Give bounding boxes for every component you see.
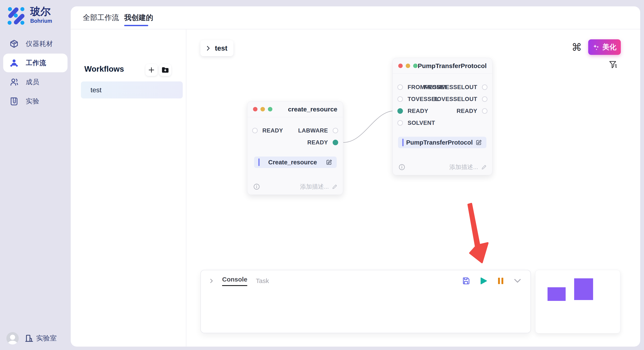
node-pump-transfer-protocol[interactable]: PumpTransferProtocol FROMVESSEL FROMVESS…	[392, 58, 492, 175]
sidebar-item-instruments[interactable]: 仪器耗材	[3, 34, 68, 53]
command-shortcuts-icon[interactable]: ⌘	[572, 41, 582, 53]
beautify-button[interactable]: 美化	[588, 39, 621, 55]
import-folder-button[interactable]	[159, 64, 171, 76]
console-panel: Console Task	[200, 270, 531, 333]
info-icon[interactable]	[399, 164, 405, 170]
input-port-connected[interactable]	[398, 108, 403, 114]
sidebar-item-label: 实验	[26, 97, 40, 106]
edit-icon[interactable]	[475, 139, 482, 146]
add-workflow-button[interactable]	[146, 64, 158, 76]
pill-label: Create_resource	[260, 159, 326, 166]
minimap[interactable]	[535, 270, 620, 334]
workflows-title: Workflows	[84, 65, 124, 74]
console-header: Console Task	[201, 270, 530, 286]
workflow-list-item[interactable]: test	[81, 81, 183, 98]
package-box-icon	[10, 39, 18, 48]
minimap-node	[574, 278, 593, 300]
output-port[interactable]	[482, 108, 488, 114]
task-tab[interactable]: Task	[256, 277, 269, 285]
sparkles-icon	[593, 44, 600, 51]
pencil-icon	[481, 164, 487, 170]
node-footer: 添加描述...	[399, 163, 487, 171]
input-port[interactable]	[252, 128, 258, 133]
chevron-right-icon[interactable]	[209, 278, 214, 283]
info-icon[interactable]	[254, 183, 260, 190]
input-port[interactable]	[398, 84, 403, 90]
edit-icon[interactable]	[326, 159, 332, 166]
play-icon	[480, 277, 488, 285]
sidebar-item-label: 仪器耗材	[26, 39, 53, 48]
port-label: SOLVENT	[408, 120, 435, 126]
output-port[interactable]	[333, 128, 338, 133]
breadcrumb-label: test	[215, 44, 228, 52]
active-tab-underline	[124, 25, 148, 26]
sidebar-footer: 实验室	[6, 332, 57, 345]
console-actions	[462, 277, 521, 285]
port-label: READY	[262, 127, 283, 134]
node-footer: 添加描述...	[254, 183, 338, 191]
sidebar-item-label: 工作流	[26, 58, 46, 67]
traffic-dots-icon	[253, 107, 272, 111]
lab-label: 实验室	[36, 334, 57, 343]
breadcrumb[interactable]: test	[200, 40, 234, 56]
sidebar-item-label: 成员	[26, 78, 40, 87]
console-tab[interactable]: Console	[222, 276, 247, 286]
collapse-button[interactable]	[514, 278, 521, 283]
chevron-down-icon	[514, 278, 521, 283]
node-function-pill[interactable]: PumpTransferProtocol	[398, 137, 486, 148]
description-editor[interactable]: 添加描述...	[300, 183, 338, 191]
test-tube-icon	[10, 97, 18, 106]
pencil-icon	[332, 184, 338, 190]
description-placeholder: 添加描述...	[300, 183, 329, 191]
building-icon	[25, 334, 33, 343]
node-title: create_resource	[288, 106, 337, 113]
output-port[interactable]	[482, 84, 488, 90]
description-editor[interactable]: 添加描述...	[449, 163, 487, 171]
port-label: READY	[408, 108, 428, 114]
port-label: FROMVESSELOUT	[424, 84, 477, 91]
node-header: create_resource	[248, 101, 343, 117]
input-port[interactable]	[398, 96, 403, 102]
input-port[interactable]	[398, 120, 403, 126]
node-title: PumpTransferProtocol	[418, 62, 486, 70]
output-port[interactable]	[482, 96, 488, 102]
port-label: LABWARE	[298, 127, 328, 134]
run-button[interactable]	[480, 277, 488, 285]
port-label: TOVESSELOUT	[434, 96, 477, 103]
node-header: PumpTransferProtocol	[393, 58, 492, 74]
logo-subtitle: Bohrium	[30, 18, 52, 24]
save-floppy-icon	[462, 277, 470, 285]
filter-icon[interactable]	[609, 61, 618, 69]
pause-icon	[497, 277, 504, 285]
port-label: READY	[307, 139, 328, 146]
traffic-dots-icon	[398, 64, 418, 68]
output-port-connected[interactable]	[333, 140, 338, 145]
logo: 玻尔 Bohrium	[6, 5, 52, 25]
node-function-pill[interactable]: Create_resource	[254, 157, 337, 168]
node-create-resource[interactable]: create_resource READY LABWARE READY Crea…	[247, 101, 343, 195]
pause-button[interactable]	[497, 277, 504, 285]
logo-title: 玻尔	[30, 5, 52, 17]
save-button[interactable]	[462, 277, 470, 285]
folder-download-icon	[161, 66, 169, 74]
workflow-panel: Workflows test	[71, 29, 186, 347]
workflow-person-icon	[10, 58, 18, 67]
tab-all-workflows[interactable]: 全部工作流	[83, 6, 119, 29]
users-icon	[10, 78, 18, 87]
bohrium-logo-icon	[6, 5, 26, 25]
minimap-node	[548, 287, 566, 301]
sidebar-nav: 仪器耗材 工作流	[0, 34, 71, 111]
sidebar-item-members[interactable]: 成员	[3, 73, 68, 91]
description-placeholder: 添加描述...	[449, 163, 478, 171]
app-root: 玻尔 Bohrium 仪器耗材	[0, 0, 644, 350]
lab-switcher[interactable]: 实验室	[25, 334, 57, 343]
pill-label: PumpTransferProtocol	[404, 139, 475, 146]
node-ports: FROMVESSEL FROMVESSELOUT TOVESSEL TOVESS…	[393, 74, 492, 129]
plus-icon	[148, 66, 155, 74]
sidebar: 玻尔 Bohrium 仪器耗材	[0, 0, 71, 350]
user-avatar[interactable]	[6, 332, 19, 345]
sidebar-item-workflow[interactable]: 工作流	[3, 54, 68, 72]
sidebar-item-experiments[interactable]: 实验	[3, 92, 68, 111]
port-label: READY	[456, 108, 477, 114]
beautify-label: 美化	[602, 42, 616, 52]
